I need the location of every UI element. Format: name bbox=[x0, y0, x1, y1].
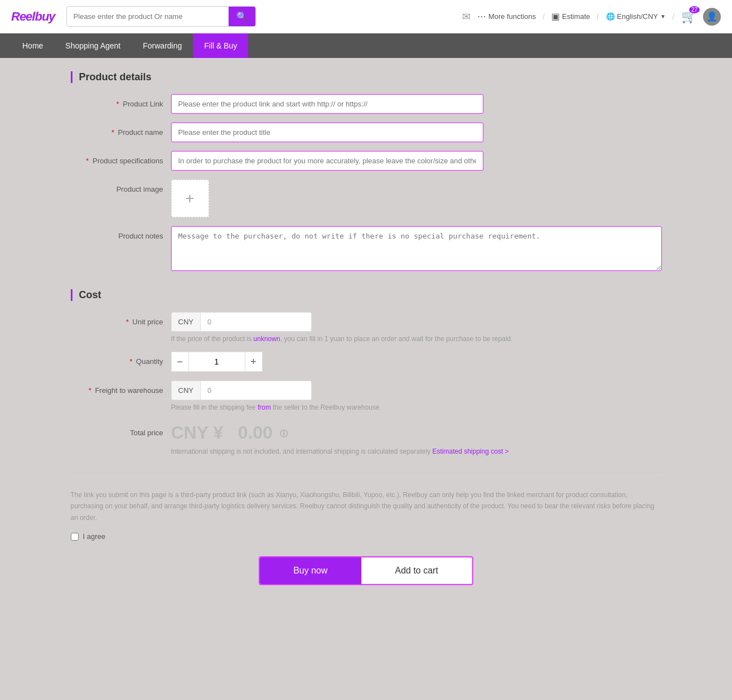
freight-currency: CNY bbox=[171, 381, 200, 400]
estimated-shipping-link[interactable]: Estimated shipping cost > bbox=[432, 448, 508, 455]
estimate-icon: ▣ bbox=[551, 11, 560, 22]
product-name-label: * Product name bbox=[71, 123, 171, 137]
language-label: English/CNY bbox=[617, 12, 658, 21]
language-icon: 🌐 bbox=[606, 12, 615, 21]
required-star3: * bbox=[86, 157, 89, 165]
cost-section-title: Cost bbox=[71, 289, 662, 301]
search-bar: 🔍 bbox=[66, 6, 256, 27]
required-star: * bbox=[117, 100, 119, 108]
product-image-label: Product image bbox=[71, 179, 171, 193]
product-name-input[interactable] bbox=[171, 123, 483, 142]
divider3: / bbox=[672, 12, 675, 21]
unit-price-label: * Unit price bbox=[71, 312, 171, 326]
plus-icon: + bbox=[185, 189, 194, 207]
agree-label: I agree bbox=[83, 532, 105, 541]
logo: Reelbuy bbox=[11, 9, 55, 24]
agreement-text: The link you submit on this page is a th… bbox=[71, 489, 662, 523]
avatar-icon: 👤 bbox=[706, 11, 718, 22]
product-name-input-wrap bbox=[171, 123, 483, 142]
product-link-input-wrap bbox=[171, 94, 483, 114]
product-notes-input-wrap bbox=[171, 226, 662, 273]
quantity-row: * Quantity − + bbox=[71, 352, 662, 372]
total-currency: CNY ¥ bbox=[171, 422, 224, 443]
freight-controls: CNY bbox=[171, 381, 662, 400]
unit-price-row: * Unit price CNY If the price of the pro… bbox=[71, 312, 662, 343]
quantity-increase-button[interactable]: + bbox=[245, 352, 263, 372]
unit-price-input[interactable] bbox=[200, 312, 312, 332]
product-notes-row: Product notes bbox=[71, 226, 662, 273]
agree-checkbox[interactable] bbox=[71, 533, 79, 541]
nav-fill-buy[interactable]: Fill & Buy bbox=[193, 33, 248, 58]
total-price-value: CNY ¥ 0.00 ⓘ bbox=[171, 422, 288, 443]
header: Reelbuy 🔍 ✉ ⋯ More functions / ▣ Estimat… bbox=[0, 0, 732, 33]
from-link: from bbox=[258, 404, 271, 411]
product-link-row: * Product Link bbox=[71, 94, 662, 114]
product-specs-row: * Product specifications bbox=[71, 151, 662, 171]
main-content: Product details * Product Link * Product… bbox=[60, 58, 673, 599]
unit-price-input-wrap: CNY If the price of the product is unkno… bbox=[171, 312, 662, 343]
image-upload-button[interactable]: + bbox=[171, 179, 209, 217]
unit-price-controls: CNY bbox=[171, 312, 662, 332]
question-icon[interactable]: ⓘ bbox=[280, 429, 288, 438]
product-specs-label: * Product specifications bbox=[71, 151, 171, 165]
product-notes-label: Product notes bbox=[71, 226, 171, 240]
cost-section: Cost * Unit price CNY If the price of th… bbox=[71, 289, 662, 455]
estimate-btn[interactable]: ▣ Estimate bbox=[551, 11, 590, 22]
required-star5: * bbox=[129, 357, 132, 366]
total-amount: 0.00 bbox=[238, 422, 273, 443]
more-functions-label: More functions bbox=[488, 12, 536, 21]
search-button[interactable]: 🔍 bbox=[229, 7, 255, 26]
unit-price-currency: CNY bbox=[171, 312, 200, 332]
shipping-note: International shipping is not included, … bbox=[171, 448, 662, 455]
estimate-label: Estimate bbox=[562, 12, 590, 21]
freight-row: * Freight to warehouse CNY Please fill i… bbox=[71, 381, 662, 411]
product-link-input[interactable] bbox=[171, 94, 483, 114]
cart-button[interactable]: 🛒 27 bbox=[681, 9, 696, 24]
quantity-input-wrap: − + bbox=[171, 352, 662, 372]
nav-shopping-agent[interactable]: Shopping Agent bbox=[54, 33, 132, 58]
header-actions: ✉ ⋯ More functions / ▣ Estimate / 🌐 Engl… bbox=[462, 8, 721, 26]
chevron-down-icon: ▼ bbox=[660, 13, 666, 20]
button-group: Buy now Add to cart bbox=[259, 556, 473, 585]
more-functions-btn[interactable]: ⋯ More functions bbox=[477, 11, 536, 22]
freight-input[interactable] bbox=[200, 381, 312, 400]
nav: Home Shopping Agent Forwarding Fill & Bu… bbox=[0, 33, 732, 58]
freight-input-wrap: CNY Please fill in the shipping fee from… bbox=[171, 381, 662, 411]
agree-row: I agree bbox=[71, 532, 662, 541]
product-link-label: * Product Link bbox=[71, 94, 171, 108]
product-specs-input-wrap bbox=[171, 151, 483, 171]
unknown-link[interactable]: unknown bbox=[254, 335, 280, 343]
freight-hint: Please fill in the shipping fee from the… bbox=[171, 404, 662, 411]
nav-forwarding[interactable]: Forwarding bbox=[132, 33, 193, 58]
product-notes-textarea[interactable] bbox=[171, 226, 662, 271]
more-icon: ⋯ bbox=[477, 11, 486, 22]
divider1: / bbox=[542, 12, 545, 21]
quantity-decrease-button[interactable]: − bbox=[171, 352, 189, 372]
divider2: / bbox=[597, 12, 599, 21]
product-image-upload-wrap: + bbox=[171, 179, 662, 217]
required-star2: * bbox=[112, 128, 114, 137]
avatar[interactable]: 👤 bbox=[703, 8, 721, 26]
quantity-input[interactable] bbox=[189, 352, 245, 372]
buy-now-button[interactable]: Buy now bbox=[260, 557, 361, 584]
action-buttons: Buy now Add to cart bbox=[71, 556, 662, 585]
product-name-row: * Product name bbox=[71, 123, 662, 142]
product-specs-input[interactable] bbox=[171, 151, 483, 171]
product-image-row: Product image + bbox=[71, 179, 662, 217]
email-icon[interactable]: ✉ bbox=[462, 11, 471, 23]
total-price-label: Total price bbox=[71, 429, 171, 437]
search-input[interactable] bbox=[67, 8, 229, 25]
required-star4: * bbox=[126, 318, 129, 326]
product-details-title: Product details bbox=[71, 71, 662, 83]
cart-badge: 27 bbox=[689, 6, 700, 13]
add-to-cart-button[interactable]: Add to cart bbox=[361, 557, 472, 584]
section-divider bbox=[71, 472, 662, 473]
language-btn[interactable]: 🌐 English/CNY ▼ bbox=[606, 12, 666, 21]
required-star6: * bbox=[89, 386, 91, 395]
nav-home[interactable]: Home bbox=[11, 33, 54, 58]
total-price-row: Total price CNY ¥ 0.00 ⓘ bbox=[71, 422, 662, 443]
freight-label: * Freight to warehouse bbox=[71, 381, 171, 395]
unit-price-hint: If the price of the product is unknown, … bbox=[171, 335, 662, 343]
quantity-stepper: − + bbox=[171, 352, 662, 372]
quantity-label: * Quantity bbox=[71, 352, 171, 366]
